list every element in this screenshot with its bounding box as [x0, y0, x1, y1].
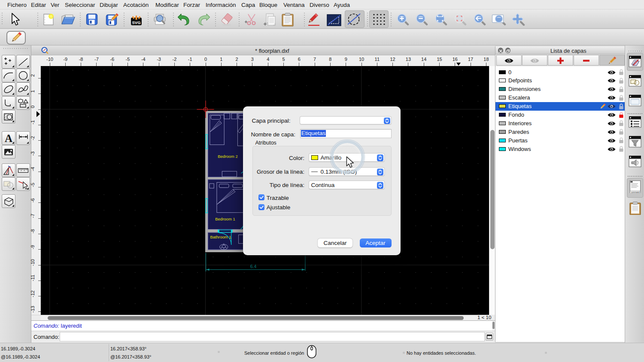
svg-text:Bedroom 2: Bedroom 2	[218, 154, 237, 159]
svg-text:6.4: 6.4	[250, 264, 257, 269]
svg-text:Bedroom 1: Bedroom 1	[215, 217, 235, 221]
svg-text:command: command	[631, 191, 640, 193]
svg-text:SVG: SVG	[132, 20, 140, 25]
svg-text:A: A	[5, 133, 12, 144]
svg-text:Bathroom 1: Bathroom 1	[210, 235, 231, 239]
